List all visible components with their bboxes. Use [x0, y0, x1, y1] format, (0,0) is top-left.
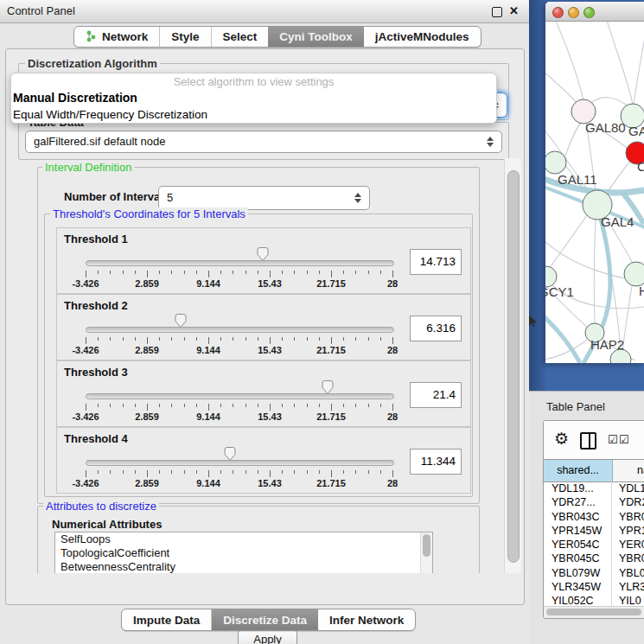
slider-tick-label: 15.43 — [258, 345, 282, 355]
cell-name[interactable]: YDL1 — [612, 481, 644, 495]
network-node-label: GAL11 — [558, 172, 597, 187]
minimize-traffic-light[interactable] — [568, 7, 579, 18]
table-row[interactable]: YIL052CYIL0 — [544, 594, 644, 607]
checkbox-icon[interactable]: ☑ — [619, 433, 629, 446]
attributes-scrollbar[interactable] — [420, 532, 432, 573]
slider-tick-label: 21.715 — [316, 478, 346, 488]
network-node-h[interactable] — [624, 262, 644, 286]
network-node-gal11[interactable] — [545, 151, 566, 174]
cell-shared-name[interactable]: YER054C — [544, 538, 612, 552]
threshold-value-field[interactable]: 11.344 — [410, 449, 462, 475]
table-row[interactable]: YBR043CYBR0 — [544, 510, 644, 524]
slider-track[interactable] — [86, 260, 394, 266]
cell-name[interactable]: YBR0 — [612, 552, 644, 565]
cell-shared-name[interactable]: YBR043C — [544, 510, 612, 524]
table-row[interactable]: YER054CYER0 — [544, 538, 644, 552]
menu-item-equal-width-discretization[interactable]: Equal Width/Frequency Discretization — [11, 106, 496, 123]
attribute-list-item[interactable]: TopologicalCoefficient — [55, 546, 432, 560]
threshold-value-field[interactable]: 14.713 — [410, 249, 462, 275]
slider-thumb[interactable] — [321, 379, 335, 395]
close-icon[interactable]: ✕ — [509, 4, 519, 17]
column-header-name[interactable]: na — [613, 460, 644, 481]
table-row[interactable]: YLR345WYLR3 — [544, 580, 644, 594]
network-canvas[interactable]: GAL80GACGAL11GAL4GCY1HHAP2 — [545, 22, 644, 363]
slider-thumb[interactable] — [223, 446, 237, 462]
tab-select[interactable]: Select — [212, 27, 269, 47]
table-row[interactable]: YDL19...YDL1 — [544, 481, 644, 495]
tab-cyni-toolbox[interactable]: Cyni Toolbox — [268, 27, 364, 47]
slider-track[interactable] — [86, 327, 394, 333]
table-hscrollbar-thumb[interactable] — [546, 609, 641, 615]
cell-name[interactable]: YBL0 — [612, 566, 644, 580]
slider-tick-label: 9.144 — [196, 411, 220, 422]
tab-impute-data[interactable]: Impute Data — [122, 609, 212, 630]
panel-scrollbar[interactable] — [504, 158, 521, 573]
panel-scrollbar-thumb[interactable] — [507, 170, 520, 563]
network-tab-icon — [86, 30, 97, 43]
table-row[interactable]: YBL079WYBL0 — [544, 566, 644, 580]
tab-discretize-data[interactable]: Discretize Data — [212, 609, 318, 630]
number-of-intervals-spinner[interactable]: 5 — [158, 186, 370, 210]
cell-name[interactable]: YDR2 — [612, 495, 644, 509]
threshold-value-field[interactable]: 21.4 — [410, 382, 462, 408]
threshold-slider[interactable]: -3.4262.8599.14415.4321.71528 — [86, 452, 392, 490]
cell-shared-name[interactable]: YBL079W — [544, 566, 612, 580]
table-row[interactable]: YPR145WYPR1 — [544, 524, 644, 538]
cell-shared-name[interactable]: YLR345W — [544, 580, 612, 594]
threshold-value-field[interactable]: 6.316 — [410, 316, 462, 341]
threshold-slider[interactable]: -3.4262.8599.14415.4321.71528 — [86, 319, 392, 357]
slider-track[interactable] — [86, 460, 394, 466]
threshold-slider[interactable]: -3.4262.8599.14415.4321.71528 — [86, 252, 392, 290]
numerical-attributes-label: Numerical Attributes — [49, 518, 164, 531]
threshold-label: Threshold 3 — [64, 366, 128, 379]
slider-tick-label: 15.43 — [258, 478, 282, 488]
slider-ticks — [86, 403, 392, 411]
window-title: Control Panel — [7, 4, 75, 17]
apply-button[interactable]: Apply — [238, 629, 297, 644]
tab-style[interactable]: Style — [160, 27, 211, 47]
cell-name[interactable]: YLR3 — [612, 580, 644, 594]
numerical-attributes-list[interactable]: SelfLoopsTopologicalCoefficientBetweenne… — [54, 532, 433, 573]
column-header-shared-name[interactable]: shared... — [544, 460, 613, 481]
cell-shared-name[interactable]: YDL19... — [544, 481, 612, 495]
cell-shared-name[interactable]: YBR045C — [544, 552, 612, 565]
network-node-label: GAL80 — [585, 120, 626, 135]
cell-name[interactable]: YIL0 — [612, 594, 644, 607]
slider-tick-label: 2.859 — [135, 345, 159, 355]
cyni-toolbox-panel: Discretization Algorithm Table Data galF… — [5, 48, 525, 605]
checkbox-icon[interactable]: ☑ — [608, 433, 618, 446]
tab-jactivemnodules[interactable]: jActiveMNodules — [364, 27, 481, 47]
control-panel-titlebar[interactable]: Control Panel ✕ — [0, 0, 529, 23]
cell-name[interactable]: YBR0 — [612, 510, 644, 524]
gear-icon[interactable]: ⚙ — [554, 429, 569, 449]
cell-shared-name[interactable]: YPR145W — [544, 524, 612, 538]
table-row[interactable]: YDR27...YDR2 — [544, 495, 644, 509]
slider-tick-label: 28 — [387, 411, 398, 422]
close-traffic-light[interactable] — [552, 7, 564, 18]
slider-tick-label: 9.144 — [196, 478, 220, 488]
split-panel-icon[interactable] — [580, 432, 596, 450]
slider-tick-label: -3.426 — [72, 478, 99, 488]
slider-thumb[interactable] — [256, 246, 270, 262]
table-hscrollbar[interactable] — [544, 606, 644, 618]
float-window-icon[interactable] — [492, 7, 502, 17]
zoom-traffic-light[interactable] — [583, 7, 595, 18]
cell-shared-name[interactable]: YDR27... — [544, 495, 612, 509]
cell-shared-name[interactable]: YIL052C — [544, 594, 612, 607]
slider-track[interactable] — [86, 393, 394, 399]
table-data-combobox[interactable]: galFiltered.sif default node — [25, 131, 502, 153]
attributes-title: Attributes to discretize — [43, 500, 159, 513]
cell-name[interactable]: YER0 — [612, 538, 644, 552]
tab-infer-network[interactable]: Infer Network — [318, 609, 415, 630]
tab-network[interactable]: Network — [74, 27, 160, 47]
slider-tick-label: 9.144 — [196, 278, 220, 289]
attribute-list-item[interactable]: BetweennessCentrality — [55, 560, 432, 573]
menu-item-manual-discretization[interactable]: Manual Discretization — [11, 90, 496, 106]
cell-name[interactable]: YPR1 — [612, 524, 644, 538]
threshold-slider[interactable]: -3.4262.8599.14415.4321.71528 — [86, 386, 392, 424]
slider-tick-label: 21.715 — [316, 345, 346, 355]
slider-thumb[interactable] — [174, 313, 188, 328]
table-row[interactable]: YBR045CYBR0 — [544, 552, 644, 565]
attribute-list-item[interactable]: SelfLoops — [55, 532, 432, 546]
network-window-titlebar[interactable] — [545, 2, 644, 22]
